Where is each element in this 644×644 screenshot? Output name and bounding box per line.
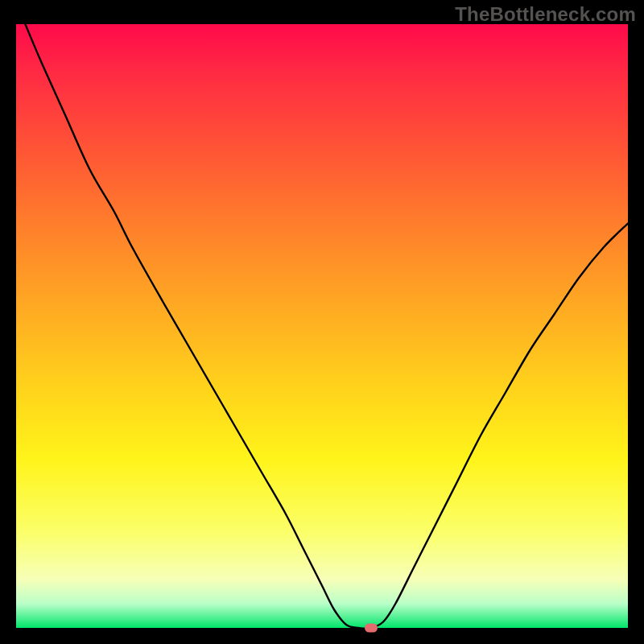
minimum-marker-icon [365, 624, 378, 633]
chart-frame: TheBottleneck.com [0, 0, 644, 644]
watermark-text: TheBottleneck.com [455, 3, 636, 26]
bottleneck-curve [16, 24, 628, 628]
plot-area [16, 24, 628, 628]
